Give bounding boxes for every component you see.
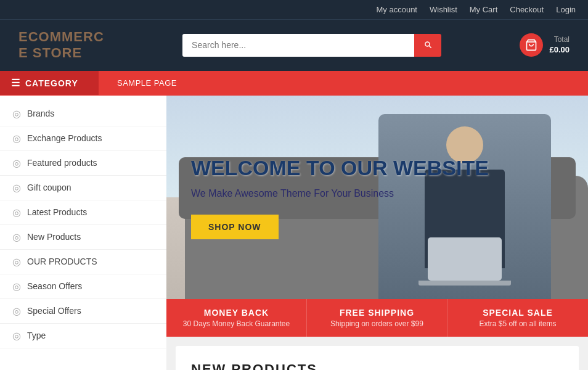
cart-icon (525, 39, 537, 51)
feature-free-shipping-desc: Shipping on orders over $99 (319, 319, 435, 328)
search-button[interactable] (414, 34, 441, 57)
dot-icon: ◎ (12, 207, 21, 218)
cart-area: Total £0.00 (520, 33, 570, 57)
sidebar-item-our-products[interactable]: ◎ OUR PRODUCTS (0, 250, 166, 274)
dot-icon: ◎ (12, 157, 21, 169)
sidebar-item-label: Featured products (27, 158, 97, 168)
top-bar: My account Wishlist My Cart Checkout Log… (0, 0, 588, 19)
main-content: ◎ Brands ◎ Exchange Products ◎ Featured … (0, 96, 588, 370)
sidebar-item-label: Special Offers (27, 306, 81, 316)
sidebar-item-label: Type (27, 331, 46, 340)
sidebar: ◎ Brands ◎ Exchange Products ◎ Featured … (0, 96, 166, 370)
nav-links: SAMPLE PAGE (99, 72, 195, 94)
feature-special-sale-desc: Extra $5 off on all items (460, 319, 576, 328)
sidebar-item-label: Gift coupon (27, 183, 71, 192)
sidebar-item-label: New Products (27, 232, 81, 242)
sidebar-item-new-products[interactable]: ◎ New Products (0, 225, 166, 250)
my-cart-link[interactable]: My Cart (470, 5, 498, 14)
new-products-title: NEW PRODUCTS (191, 361, 563, 370)
dot-icon: ◎ (12, 305, 21, 317)
feature-special-sale-title: SPECIAL SALE (460, 308, 576, 318)
dot-icon: ◎ (12, 108, 21, 120)
new-products-section: NEW PRODUCTS (176, 346, 579, 370)
feature-money-back-title: MONEY BACK (179, 308, 294, 318)
wishlist-link[interactable]: Wishlist (430, 5, 457, 14)
search-icon (423, 40, 432, 49)
logo: ECOMMERC E STORE (18, 29, 104, 62)
sidebar-item-label: Latest Products (27, 207, 87, 217)
search-input[interactable] (182, 34, 414, 57)
nav-bar: ☰ CATEGORY SAMPLE PAGE (0, 71, 588, 96)
dot-icon: ◎ (12, 330, 21, 342)
cart-total-text: Total £0.00 (549, 35, 570, 55)
sample-page-link[interactable]: SAMPLE PAGE (117, 72, 177, 94)
hero-subtitle: We Make Awesome Theme For Your Business (191, 188, 489, 199)
sidebar-item-latest-products[interactable]: ◎ Latest Products (0, 200, 166, 225)
feature-free-shipping: FREE SHIPPING Shipping on orders over $9… (307, 299, 447, 337)
dot-icon: ◎ (12, 231, 21, 243)
shop-now-button[interactable]: SHOP NOW (191, 215, 279, 239)
sidebar-item-gift-coupon[interactable]: ◎ Gift coupon (0, 176, 166, 200)
cart-icon-button[interactable] (520, 33, 543, 57)
sidebar-item-season-offers[interactable]: ◎ Season Offers (0, 274, 166, 299)
feature-free-shipping-title: FREE SHIPPING (319, 308, 435, 318)
hero-title: WELCOME TO OUR WEBSITE (191, 155, 489, 181)
dot-icon: ◎ (12, 182, 21, 194)
sidebar-item-brands[interactable]: ◎ Brands (0, 102, 166, 126)
dot-icon: ◎ (12, 256, 21, 268)
sidebar-item-label: Exchange Products (27, 133, 102, 143)
hero-area: WELCOME TO OUR WEBSITE We Make Awesome T… (166, 96, 588, 370)
dot-icon: ◎ (12, 133, 21, 144)
login-link[interactable]: Login (556, 5, 576, 14)
hero-text: WELCOME TO OUR WEBSITE We Make Awesome T… (166, 131, 513, 264)
sidebar-item-label: Brands (27, 109, 54, 118)
feature-special-sale: SPECIAL SALE Extra $5 off on all items (447, 299, 588, 337)
checkout-link[interactable]: Checkout (510, 5, 544, 14)
feature-bar: MONEY BACK 30 Days Money Back Guarantee … (166, 299, 588, 337)
sidebar-item-exchange-products[interactable]: ◎ Exchange Products (0, 126, 166, 151)
category-button[interactable]: ☰ CATEGORY (0, 71, 99, 95)
category-label: CATEGORY (25, 78, 78, 88)
search-form (182, 34, 441, 57)
my-account-link[interactable]: My account (377, 5, 417, 14)
hamburger-icon: ☰ (11, 77, 20, 89)
feature-money-back: MONEY BACK 30 Days Money Back Guarantee (166, 299, 307, 337)
sidebar-item-special-offers[interactable]: ◎ Special Offers (0, 299, 166, 324)
sidebar-item-label: OUR PRODUCTS (27, 257, 97, 266)
sidebar-item-featured-products[interactable]: ◎ Featured products (0, 151, 166, 176)
sidebar-item-label: Season Offers (27, 281, 82, 291)
dot-icon: ◎ (12, 281, 21, 292)
sidebar-item-type[interactable]: ◎ Type (0, 324, 166, 348)
hero-banner: WELCOME TO OUR WEBSITE We Make Awesome T… (166, 96, 588, 299)
feature-money-back-desc: 30 Days Money Back Guarantee (179, 319, 294, 328)
main-header: ECOMMERC E STORE Total £0.00 (0, 19, 588, 71)
